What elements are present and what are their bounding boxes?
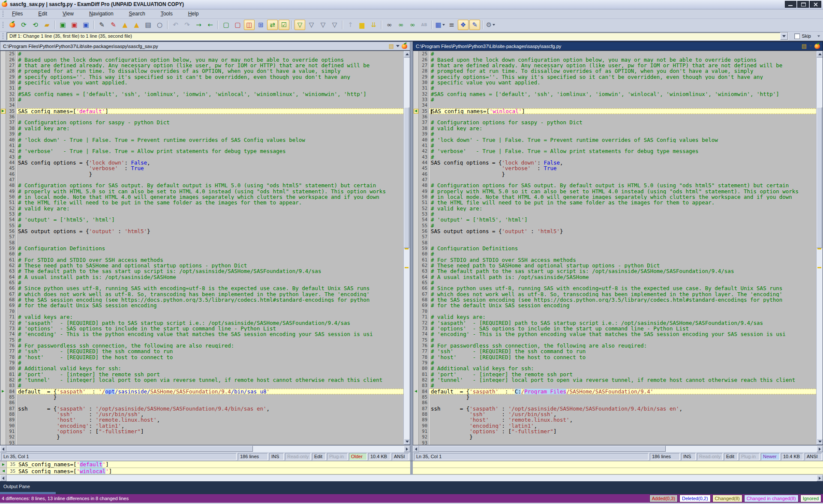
scroll-thumb[interactable]: [817, 107, 822, 248]
code-line[interactable]: 74# 'encoding' - This is the python enco…: [0, 331, 403, 337]
code-line[interactable]: 91 'options' : ["-fullstimer"]: [413, 429, 816, 434]
code-line[interactable]: 40# 'lock_down' - True | False. True = P…: [0, 137, 403, 143]
code-line[interactable]: 60#: [0, 251, 403, 257]
code-line[interactable]: 73# 'options' - SAS options to include i…: [0, 326, 403, 331]
code-line[interactable]: 30# specific value you want applied.: [0, 80, 403, 85]
code-line[interactable]: 72# 'saspath' - [REQUIRED] path to SAS s…: [0, 320, 403, 326]
inspector-horizontal-scrollbar[interactable]: [0, 474, 823, 481]
swap-panes-icon[interactable]: ⇄: [267, 20, 278, 30]
code-line[interactable]: 39#: [413, 131, 816, 137]
print-file-icon[interactable]: ▤: [389, 43, 394, 49]
code-line[interactable]: 59# Configuration Definitions: [413, 246, 816, 251]
code-line[interactable]: 75#: [413, 337, 816, 343]
scroll-down-button[interactable]: [404, 438, 410, 445]
code-line[interactable]: 35SAS_config_names=['winlocal']: [413, 108, 816, 114]
code-line[interactable]: 64# A usual install path is: /opt/sasins…: [0, 274, 403, 280]
show-ignored-icon[interactable]: ▽: [329, 20, 340, 30]
menu-tools[interactable]: Tools: [155, 10, 178, 18]
editor-options-icon[interactable]: ✎: [469, 20, 480, 30]
code-line[interactable]: 56SAS_output_options = {'output' : 'html…: [413, 228, 816, 234]
code-line[interactable]: 52# valid key are:: [413, 206, 816, 211]
code-line[interactable]: 31#: [0, 85, 403, 91]
first-difference-icon[interactable]: ↑: [345, 20, 356, 30]
find-next-icon[interactable]: ∞: [396, 20, 406, 30]
code-line[interactable]: 58: [413, 240, 816, 246]
code-line[interactable]: 42# 'verbose' - True | False. True = All…: [0, 148, 403, 154]
recompare-icon[interactable]: ⟳: [18, 20, 29, 30]
code-line[interactable]: 45 'verbose' : True: [0, 165, 403, 171]
header-dropdown-caret-icon[interactable]: [809, 45, 812, 47]
code-line[interactable]: 48# Configuration options for SAS output…: [413, 183, 816, 188]
code-line[interactable]: 80# Additional valid keys for ssh:: [413, 366, 816, 371]
code-line[interactable]: 30# specific value you want applied.: [413, 80, 816, 85]
code-line[interactable]: 79#: [0, 360, 403, 366]
code-line[interactable]: 66# Since python uses utf-8, running SAS…: [0, 285, 403, 291]
code-line[interactable]: 83#: [0, 383, 403, 388]
inspector-line[interactable]: 35SAS_config_names=['winlocal']: [0, 468, 410, 475]
code-line[interactable]: 47: [0, 177, 403, 183]
code-line[interactable]: 33#: [413, 97, 816, 102]
code-line[interactable]: 41#: [413, 143, 816, 148]
prompt-second-icon[interactable]: ▲: [131, 20, 142, 30]
code-line[interactable]: 78# 'host' - [REQUIRED] the host to conn…: [0, 354, 403, 360]
scroll-right-button[interactable]: [404, 446, 410, 452]
code-line[interactable]: 70: [413, 309, 816, 314]
scroll-thumb[interactable]: [404, 107, 409, 248]
code-line[interactable]: 36: [0, 114, 403, 120]
code-line[interactable]: 86: [0, 400, 403, 405]
open-files-icon[interactable]: ▰: [42, 20, 52, 30]
menu-files[interactable]: Files: [6, 10, 28, 18]
edit-second-file-icon[interactable]: ✎: [108, 20, 119, 30]
scroll-thumb[interactable]: [419, 446, 666, 452]
code-line[interactable]: 92 }: [0, 434, 403, 440]
code-line[interactable]: 31#: [413, 85, 816, 91]
first-pane-horizontal-scrollbar[interactable]: [0, 445, 410, 452]
code-line[interactable]: 54# 'output' = ['html5', 'html']: [413, 217, 816, 222]
prompt-first-icon[interactable]: ▲: [120, 20, 130, 30]
code-line[interactable]: 42# 'verbose' - True | False. True = All…: [413, 148, 816, 154]
settings-icon[interactable]: ⚙: [485, 20, 496, 30]
grid-view-icon[interactable]: ⊞: [255, 20, 266, 30]
header-dropdown-caret-icon[interactable]: [396, 45, 399, 47]
menu-edit[interactable]: Edit: [33, 10, 53, 18]
code-line[interactable]: 25#: [413, 51, 816, 57]
code-line[interactable]: 35SAS_config_names=['default']: [0, 108, 403, 114]
code-line[interactable]: 93: [413, 440, 816, 445]
code-line[interactable]: 27# that are defined already. Any necess…: [0, 63, 403, 68]
inspector-line[interactable]: 35SAS_config_names=['default']: [0, 461, 410, 468]
code-line[interactable]: 82# 'tunnel' - [integer] local port to o…: [0, 377, 403, 383]
code-line[interactable]: 89 'host' : 'remote.linux.host',: [413, 417, 816, 423]
code-line[interactable]: 78# 'host' - [REQUIRED] the host to conn…: [413, 354, 816, 360]
show-all-lines-icon[interactable]: ▽: [294, 20, 305, 30]
show-identical-icon[interactable]: ▽: [318, 20, 328, 30]
code-line[interactable]: 55#: [0, 223, 403, 228]
match-case-icon[interactable]: AB: [419, 20, 430, 30]
scroll-up-button[interactable]: [817, 51, 823, 57]
code-line[interactable]: 81# 'port' - [integer] the remote ssh po…: [0, 372, 403, 377]
file-type-icon[interactable]: [402, 44, 407, 49]
code-line[interactable]: 36: [413, 114, 816, 120]
combo-dropdown-button[interactable]: [780, 33, 788, 40]
code-line[interactable]: 43#: [413, 154, 816, 160]
code-line[interactable]: 51# the HTML file will need to be put in…: [413, 200, 816, 205]
code-line[interactable]: 79#: [413, 360, 816, 366]
code-line[interactable]: 80# Additional valid keys for ssh:: [0, 366, 403, 371]
code-line[interactable]: 34: [413, 102, 816, 108]
current-difference-icon[interactable]: ▆: [357, 20, 367, 30]
compare-icon[interactable]: [7, 20, 18, 30]
code-line[interactable]: 90 'encoding': 'latin1',: [413, 423, 816, 429]
view-options-icon[interactable]: ▦: [435, 20, 445, 30]
code-line[interactable]: 32#SAS_config_names = ['default', 'ssh',…: [413, 91, 816, 97]
first-file-header[interactable]: C:\Program Files\Python\Python37\Lib\sit…: [0, 42, 410, 51]
menu-grip[interactable]: [3, 11, 5, 17]
code-line[interactable]: 92 }: [413, 434, 816, 440]
code-line[interactable]: 85 }: [0, 394, 403, 400]
print-file-icon[interactable]: ▤: [802, 43, 807, 49]
code-line[interactable]: 88 'ssh' : '/usr/bin/ssh',: [413, 411, 816, 417]
code-line[interactable]: 61# For STDIO and STDIO over SSH access …: [413, 257, 816, 263]
show-diff-pane-icon[interactable]: ☑: [279, 20, 289, 30]
code-line[interactable]: 75#: [0, 337, 403, 343]
code-line[interactable]: 25#: [0, 51, 403, 57]
code-line[interactable]: 45 'verbose' : True: [413, 165, 816, 171]
code-line[interactable]: 86: [413, 400, 816, 405]
